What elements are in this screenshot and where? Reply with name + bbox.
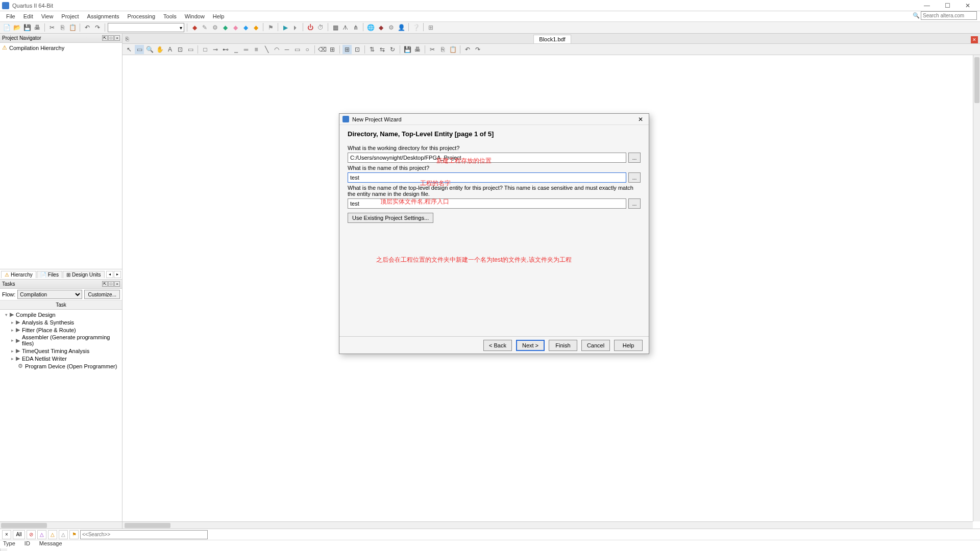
cut-icon[interactable]: ✂ [47,23,57,32]
zoom-icon[interactable]: 🔍 [145,45,154,54]
print-icon[interactable]: 🖶 [33,23,42,32]
chip-icon[interactable]: ▦ [331,23,340,32]
close-button[interactable]: ✕ [958,1,978,11]
pin2-icon[interactable]: ⊷ [221,45,230,54]
hand-icon[interactable]: ✋ [155,45,164,54]
tab-scroll-right[interactable]: ▸ [114,271,121,278]
undo-icon[interactable]: ↶ [83,23,92,32]
search-input[interactable] [921,11,977,20]
tab-scroll-left[interactable]: ◂ [106,271,113,278]
msg-filter-warning-icon[interactable]: △ [48,530,57,539]
entity-browse-button[interactable]: ... [628,198,641,209]
menu-view[interactable]: View [37,12,58,20]
new-icon[interactable]: 📄 [2,23,11,32]
doc-tab-close-icon[interactable]: ✕ [971,36,978,43]
msg-flag-icon[interactable]: ⚑ [69,530,79,539]
tab-hierarchy[interactable]: ⚠Hierarchy [1,271,36,278]
msg-filter-all[interactable]: All [13,530,25,539]
line-icon[interactable]: ─ [282,45,291,54]
pointer-icon[interactable]: ↖ [125,45,134,54]
help-icon[interactable]: ❔ [411,23,421,32]
canvas-hscroll[interactable] [122,521,973,529]
task-timequest[interactable]: ▸▶TimeQuest Timing Analysis [1,347,121,355]
task-assembler[interactable]: ▸▶Assembler (Generate programming files) [1,334,121,347]
customize-button[interactable]: Customize... [84,290,120,299]
wire-icon[interactable]: ⎯ [231,45,240,54]
fliph-icon[interactable]: ⇆ [378,45,387,54]
pin-icon[interactable]: ⊸ [211,45,220,54]
stop-icon[interactable]: ⏻ [306,23,315,32]
name-browse-button[interactable]: ... [628,172,641,183]
snap-icon[interactable]: ⊡ [353,45,362,54]
menu-tools[interactable]: Tools [159,12,181,20]
text-icon[interactable]: A [165,45,175,54]
help-button[interactable]: Help [614,340,643,351]
print2-icon[interactable]: 🖶 [413,45,422,54]
menu-processing[interactable]: Processing [124,12,159,20]
copy2-icon[interactable]: ⎘ [438,45,447,54]
panel-close-icon[interactable]: × [114,35,120,41]
maximize-button[interactable]: ☐ [937,1,958,11]
cancel-button[interactable]: Cancel [581,340,610,351]
sig-icon[interactable]: ⩚ [341,23,350,32]
save2-icon[interactable]: 💾 [403,45,412,54]
back-button[interactable]: < Back [483,340,512,351]
task-compile-design[interactable]: ▾▶Compile Design [1,311,121,318]
canvas-vscroll[interactable] [973,55,980,521]
tool-icon-8[interactable]: ⚑ [266,23,275,32]
menu-project[interactable]: Project [57,12,83,20]
play-icon[interactable]: ▶ [281,23,290,32]
tool-icon-7[interactable]: ◆ [251,23,260,32]
undo2-icon[interactable]: ↶ [463,45,472,54]
redo2-icon[interactable]: ↷ [473,45,482,54]
tool-icon-6[interactable]: ◆ [241,23,250,32]
symbol-icon[interactable]: ⊡ [176,45,185,54]
next-button[interactable]: Next > [516,340,545,351]
tab-files[interactable]: 📄Files [37,271,62,278]
tool-icon-1[interactable]: ◆ [190,23,199,32]
project-name-input[interactable] [348,172,626,183]
tab-design-units[interactable]: ⊞Design Units [63,271,105,278]
tasks-scrollbar[interactable] [0,521,122,529]
tool-icon-4[interactable]: ◆ [220,23,230,32]
panel-pin-icon[interactable]: ⇱ [102,35,108,41]
doc-tab-new-icon[interactable]: ⎘ [122,34,132,43]
msg-filter-error-icon[interactable]: ⊘ [27,530,36,539]
tool-icon-3[interactable]: ⚙ [210,23,219,32]
timer-icon[interactable]: ⏱ [316,23,325,32]
dialog-close-button[interactable]: ✕ [635,115,646,123]
tool-icon-5[interactable]: ◆ [231,23,240,32]
conduit-icon[interactable]: ≡ [252,45,261,54]
paste2-icon[interactable]: 📋 [448,45,457,54]
diag-icon[interactable]: ╲ [262,45,271,54]
task-program-device[interactable]: ⚙Program Device (Open Programmer) [1,362,121,370]
play2-icon[interactable]: ⏵ [291,23,300,32]
rect-icon[interactable]: ▭ [292,45,302,54]
menu-help[interactable]: Help [209,12,229,20]
block-icon[interactable]: ▭ [186,45,195,54]
task-analysis-synthesis[interactable]: ▸▶Analysis & Synthesis [1,318,121,326]
tool-icon-2[interactable]: ✎ [200,23,209,32]
rubber-icon[interactable]: ⌫ [317,45,327,54]
bus-icon[interactable]: ═ [241,45,251,54]
msg-close-icon[interactable]: × [2,530,11,539]
arc-icon[interactable]: ◠ [272,45,281,54]
redo-icon[interactable]: ↷ [93,23,102,32]
save-icon[interactable]: 💾 [22,23,32,32]
messages-search-input[interactable] [80,530,208,539]
nav-root-item[interactable]: ⚠ Compilation Hierarchy [2,44,120,52]
copy-icon[interactable]: ⎘ [58,23,67,32]
gear-icon[interactable]: ⚙ [386,23,396,32]
finish-button[interactable]: Finish [549,340,577,351]
menu-assignments[interactable]: Assignments [83,12,124,20]
task-eda-netlist[interactable]: ▸▶EDA Netlist Writer [1,355,121,362]
tasks-close-icon[interactable]: × [114,281,120,287]
msg-filter-info-icon[interactable]: △ [59,530,68,539]
oval-icon[interactable]: ○ [303,45,312,54]
flow-select[interactable]: Compilation [17,290,82,299]
grid-icon[interactable]: ⊞ [342,45,352,54]
document-tab[interactable]: Block1.bdf [533,35,571,43]
cut2-icon[interactable]: ✂ [428,45,437,54]
open-icon[interactable]: 📂 [12,23,21,32]
tool-icon-10[interactable]: ⊞ [426,23,435,32]
